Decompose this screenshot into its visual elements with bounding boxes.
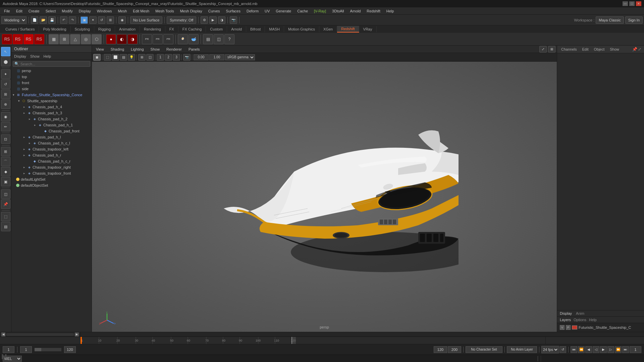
move-tool-btn[interactable]: ✦ [89,16,97,24]
tree-item-chassis-trapdoor-front[interactable]: ▸ ◈ Chassis_trapdoor_front [11,170,92,176]
vp-menu-show[interactable]: Show [148,47,163,52]
display-tab[interactable]: Display [560,311,572,315]
shelf-icon-rs-mat1[interactable]: ● [106,34,116,44]
tree-item-chassis-h4[interactable]: ▸ ◈ Chassis_pad_h_4 [11,104,92,110]
shelf-icon-rs2[interactable]: RS [13,34,23,44]
show-tab[interactable]: Show [608,47,621,52]
shelf-icon-mesh1[interactable]: ▦ [49,34,59,44]
shelf-tab-fx[interactable]: FX [165,26,178,32]
snap-surface-btn[interactable]: ▣ [1,177,10,186]
shelf-tab-vray[interactable]: VRay [359,26,377,32]
shelf-icon-help[interactable]: ? [224,34,234,44]
no-live-surface-btn[interactable]: No Live Surface [130,16,162,24]
tree-item-chassis-front[interactable]: ◆ Chassis_pad_front [11,128,92,134]
vp-textured-btn[interactable]: ▤ [120,54,127,61]
tree-item-chassis-hcl[interactable]: ▸ ◈ Chassis_pad_h_c_l [11,140,92,146]
vp-menu-panels[interactable]: Panels [186,47,203,52]
play-back-btn[interactable]: ◁ [593,346,599,353]
shelf-icon-rs1[interactable]: RS [2,34,12,44]
tree-item-chassis-h2[interactable]: ▸ ◈ Chassis_pad_h_2 [11,116,92,122]
render-btn[interactable]: ▶ [209,16,217,24]
menu-uv[interactable]: UV [262,8,272,14]
shelf-icon-mesh2[interactable]: ⊞ [59,34,69,44]
shelf-icon-display2[interactable]: ◫ [214,34,224,44]
symmetry-btn[interactable]: Symmetry: Off [167,16,196,24]
range-thumb[interactable] [35,348,41,351]
menu-mesh[interactable]: Mesh [115,8,129,14]
current-frame-field[interactable] [3,346,14,353]
menu-select[interactable]: Select [43,8,59,14]
shelf-icon-display1[interactable]: ▤ [203,34,213,44]
tree-item-chassis-h1[interactable]: ▸ ◈ Chassis_pad_h_1 [11,122,92,128]
range-slider[interactable] [35,348,61,351]
shelf-tab-rendering[interactable]: Rendering [140,26,165,32]
render-settings-btn[interactable]: ⚙ [201,16,208,24]
vp-menu-lighting[interactable]: Lighting [128,47,147,52]
shelf-tab-curves[interactable]: Curves / Surfaces [1,26,39,32]
snap-grid-btn[interactable]: ⊞ [1,147,10,156]
shelf-tab-animation[interactable]: Animation [115,26,140,32]
loop-btn[interactable]: ↺ [559,346,566,353]
object-tab[interactable]: Object [592,47,606,52]
outliner-scrollbar[interactable] [6,333,74,336]
layer-visibility-v[interactable]: V [560,325,565,330]
vp-color-space[interactable]: sRGB gamma [225,54,255,60]
shelf-icon-rs4[interactable]: RS [34,34,44,44]
soft-select-btn[interactable]: ◉ [118,16,126,24]
menu-deform[interactable]: Deform [244,8,261,14]
tree-item-chassis-trapdoor-right[interactable]: ▸ ◈ Chassis_trapdoor_right [11,164,92,170]
menu-help[interactable]: Help [384,8,397,14]
step-forward-btn[interactable]: ⏩ [615,346,622,353]
menu-curves[interactable]: Curves [206,8,223,14]
sign-in-btn[interactable]: Sign In [625,16,643,24]
menu-redshift[interactable]: Redshift [364,8,383,14]
render-region-btn[interactable]: ◫ [1,189,10,199]
vp-hud-btn[interactable]: ◫ [146,54,154,61]
menu-cache[interactable]: Cache [294,8,311,14]
menu-edit-mesh[interactable]: Edit Mesh [130,8,152,14]
vp-menu-view[interactable]: View [93,47,107,52]
outliner-menu-show[interactable]: Show [29,54,41,59]
command-line[interactable] [24,356,535,362]
snap-point-btn[interactable]: ◆ [1,167,10,176]
tree-item-shuttle-spaceship[interactable]: ▾ ⬡ Shuttle_spaceship [11,98,92,104]
tree-item-side[interactable]: ◫ side [11,86,92,92]
mode-selector[interactable]: Modeling [1,16,26,24]
options-tab[interactable]: Options [574,318,586,322]
vp-far-clip[interactable] [209,54,224,60]
tree-item-chassis-h3[interactable]: ▸ ◈ Chassis_pad_h_3 [11,110,92,116]
vp-toggle-btn[interactable]: ⊞ [548,46,555,53]
transport-frame-field[interactable] [630,346,641,353]
shelf-tab-poly[interactable]: Poly Modeling [39,26,70,32]
viewport-canvas[interactable]: X Y Z persp [92,62,557,332]
paint-select-btn[interactable]: ⬤ [1,57,10,66]
tree-item-chassis-hcr[interactable]: ◆ Chassis_pad_h_c_r [11,158,92,164]
menu-arnold[interactable]: Arnold [347,8,364,14]
play-forward-btn[interactable]: ▶ [600,346,607,353]
tree-item-chassis-hl[interactable]: ▸ ◈ Chassis_pad_h_l [11,134,92,140]
tree-item-shuttle-root[interactable]: ▾ ⊞ Futuristic_Shuttle_Spaceship_Conce [11,92,92,98]
tree-item-chassis-hr[interactable]: ▸ ◈ Chassis_pad_h_r [11,152,92,158]
vp-ss3-btn[interactable]: 3 [173,54,180,61]
shelf-icon-rs-mat2[interactable]: ◐ [117,34,127,44]
shelf-icon-pr2[interactable]: PR [153,34,163,44]
rotate-tool-left-btn[interactable]: ↺ [1,79,10,89]
vp-menu-shading[interactable]: Shading [108,47,127,52]
shelf-tab-fx-caching[interactable]: FX Caching [178,26,206,32]
layer-help-tab[interactable]: Help [589,318,597,322]
shelf-icon-pr3[interactable]: PR [163,34,173,44]
timeline-playhead[interactable] [80,337,82,344]
shelf-tab-mash[interactable]: MASH [265,26,284,32]
no-character-set-btn[interactable]: No Character Set [466,346,502,353]
shelf-icon-render1[interactable]: 🍳 [178,34,188,44]
shelf-tab-arnold[interactable]: Arnold [227,26,246,32]
vp-draw-btn[interactable]: ◼ [93,54,101,61]
move-tool-left-btn[interactable]: ✦ [1,69,10,79]
outliner-search[interactable]: 🔍 [13,61,90,67]
skip-end-btn[interactable]: ⏭ [622,346,629,353]
workspace-selector[interactable]: Maya Classic [596,16,624,24]
shelf-tab-sculpting[interactable]: Sculpting [71,26,94,32]
menu-file[interactable]: File [1,8,13,14]
scale-tool-btn[interactable]: ⊞ [107,16,114,24]
channels-tab[interactable]: Channels [560,47,578,52]
